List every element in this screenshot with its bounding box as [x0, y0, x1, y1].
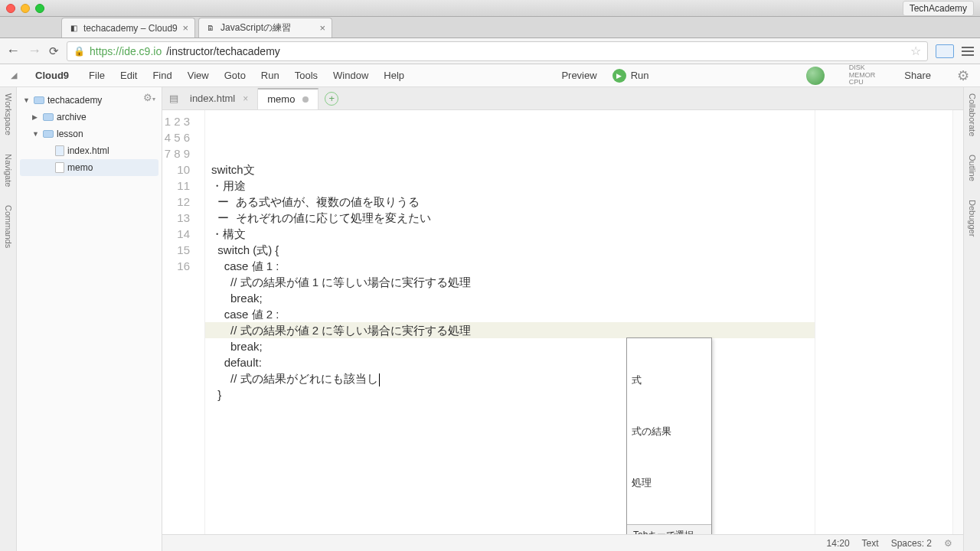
html-file-icon — [55, 145, 64, 156]
autocomplete-item[interactable]: 処理 — [627, 473, 711, 492]
run-label: Run — [631, 70, 649, 81]
tree-root[interactable]: ▼ techacademy — [20, 92, 158, 109]
indent-setting[interactable]: Spaces: 2 — [891, 538, 932, 549]
scrollbar[interactable] — [952, 110, 963, 534]
rail-collaborate[interactable]: Collaborate — [968, 93, 977, 136]
fold-column — [196, 110, 205, 534]
minimize-window-icon[interactable] — [21, 4, 30, 13]
reload-icon[interactable]: ⟳ — [49, 44, 59, 58]
autocomplete-item[interactable]: 式の結果 — [627, 422, 711, 441]
browser-tab-title: JavaScriptの練習 — [220, 21, 291, 34]
editor-right-margin — [815, 110, 952, 534]
forward-icon: → — [28, 43, 41, 59]
share-button[interactable]: Share — [904, 70, 931, 81]
menu-tools[interactable]: Tools — [295, 70, 318, 81]
folder-icon — [43, 130, 54, 138]
close-icon[interactable]: × — [319, 22, 325, 34]
menu-file[interactable]: File — [89, 70, 105, 81]
rail-navigate[interactable]: Navigate — [4, 154, 13, 187]
chevron-down-icon[interactable]: ▼ — [23, 96, 31, 104]
browser-tab-strip: ◧ techacademy – Cloud9 × 🗎 JavaScriptの練習… — [0, 17, 980, 38]
url-host: https://ide.c9.io — [90, 45, 162, 57]
line-gutter: 1 2 3 4 5 6 7 8 9 10 11 12 13 14 15 16 — [162, 110, 196, 534]
code-editor[interactable]: 1 2 3 4 5 6 7 8 9 10 11 12 13 14 15 16 s… — [162, 110, 963, 534]
close-icon[interactable]: × — [243, 93, 248, 104]
mac-titlebar: TechAcademy — [0, 0, 980, 17]
zoom-window-icon[interactable] — [35, 4, 44, 13]
collapse-menubar-icon[interactable]: ◢ — [11, 70, 17, 80]
rail-commands[interactable]: Commands — [4, 205, 13, 248]
new-tab-button[interactable]: + — [325, 92, 338, 106]
tree-settings-gear-icon[interactable]: ⚙▾ — [143, 92, 155, 103]
menu-window[interactable]: Window — [333, 70, 368, 81]
right-rail: Collaborate Outline Debugger — [963, 87, 980, 551]
editor-tab-label: memo — [267, 93, 295, 105]
tree-label: lesson — [57, 129, 83, 139]
tree-folder-archive[interactable]: ▶ archive — [20, 109, 158, 126]
autocomplete-hint: Tabキーで選択 — [627, 524, 711, 534]
autocomplete-item[interactable]: 式 — [627, 370, 711, 390]
address-bar[interactable]: 🔒 https://ide.c9.io/instructor/techacade… — [67, 41, 928, 61]
tab-list-icon[interactable]: ▤ — [167, 93, 181, 104]
run-button[interactable]: ▶ Run — [612, 69, 649, 83]
settings-gear-icon[interactable]: ⚙ — [957, 67, 969, 84]
chevron-down-icon[interactable]: ▼ — [32, 130, 40, 138]
url-path: /instructor/techacademy — [166, 45, 280, 57]
text-file-icon — [55, 162, 64, 173]
menu-goto[interactable]: Goto — [224, 70, 246, 81]
rail-debugger[interactable]: Debugger — [968, 200, 977, 236]
rail-outline[interactable]: Outline — [968, 155, 977, 181]
tree-file-index[interactable]: index.html — [20, 142, 158, 159]
left-rail: Workspace Navigate Commands — [0, 87, 17, 551]
menu-edit[interactable]: Edit — [120, 70, 137, 81]
file-tree-panel: ⚙▾ ▼ techacademy ▶ archive ▼ lesson inde… — [17, 87, 162, 551]
tree-label: techacademy — [47, 95, 102, 106]
status-bar: 14:20 Text Spaces: 2 ⚙ — [162, 534, 963, 551]
ide-window: ◢ Cloud9 File Edit Find View Goto Run To… — [0, 64, 980, 551]
browser-tab-title: techacademy – Cloud9 — [83, 23, 178, 34]
chrome-menu-icon[interactable] — [962, 47, 974, 56]
language-mode[interactable]: Text — [862, 538, 879, 549]
menu-view[interactable]: View — [188, 70, 209, 81]
close-icon[interactable]: × — [182, 22, 188, 34]
user-menu-button[interactable]: TechAcademy — [903, 1, 974, 16]
editor-tab-memo[interactable]: memo — [258, 88, 318, 109]
resource-meters: DISK MEMOR CPU — [849, 64, 876, 87]
unsaved-dot-icon — [302, 96, 309, 103]
folder-icon — [43, 113, 54, 121]
autocomplete-popup[interactable]: 式 式の結果 処理 Tabキーで選択 — [626, 337, 712, 534]
editor-tabs-bar: ▤ index.html × memo + — [162, 87, 963, 110]
bookmark-star-icon[interactable]: ☆ — [910, 44, 921, 58]
tree-file-memo[interactable]: memo — [20, 159, 158, 176]
play-icon: ▶ — [612, 69, 626, 83]
ide-menubar: ◢ Cloud9 File Edit Find View Goto Run To… — [0, 64, 980, 87]
browser-tab[interactable]: ◧ techacademy – Cloud9 × — [61, 18, 195, 37]
ime-indicator-icon[interactable] — [936, 44, 954, 58]
browser-tab[interactable]: 🗎 JavaScriptの練習 × — [198, 18, 332, 37]
browser-toolbar: ← → ⟳ 🔒 https://ide.c9.io/instructor/tec… — [0, 38, 980, 64]
menu-help[interactable]: Help — [384, 70, 404, 81]
chevron-right-icon[interactable]: ▶ — [32, 113, 40, 121]
cursor-position[interactable]: 14:20 — [827, 538, 850, 549]
menu-run[interactable]: Run — [261, 70, 279, 81]
editor-area: ▤ index.html × memo + 1 2 3 4 5 6 7 8 9 … — [162, 87, 963, 551]
folder-icon — [34, 96, 44, 104]
menu-find[interactable]: Find — [152, 70, 172, 81]
editor-tab-index[interactable]: index.html × — [181, 88, 258, 109]
code-content[interactable]: switch文 ・用途 ー ある式や値が、複数の値を取りうる ー それぞれの値に… — [205, 110, 815, 534]
avatar[interactable] — [806, 67, 825, 85]
favicon-icon: 🗎 — [205, 23, 216, 34]
tree-label: archive — [57, 112, 87, 122]
back-icon[interactable]: ← — [6, 43, 20, 59]
close-window-icon[interactable] — [6, 4, 15, 13]
settings-gear-icon[interactable]: ⚙ — [944, 538, 952, 549]
traffic-lights — [6, 4, 44, 13]
tree-folder-lesson[interactable]: ▼ lesson — [20, 126, 158, 142]
lock-icon: 🔒 — [74, 46, 85, 57]
ide-logo[interactable]: Cloud9 — [35, 70, 69, 81]
rail-workspace[interactable]: Workspace — [4, 93, 13, 135]
favicon-icon: ◧ — [68, 23, 79, 34]
preview-button[interactable]: Preview — [561, 70, 596, 81]
editor-tab-label: index.html — [190, 93, 235, 104]
tree-label: memo — [67, 162, 93, 173]
